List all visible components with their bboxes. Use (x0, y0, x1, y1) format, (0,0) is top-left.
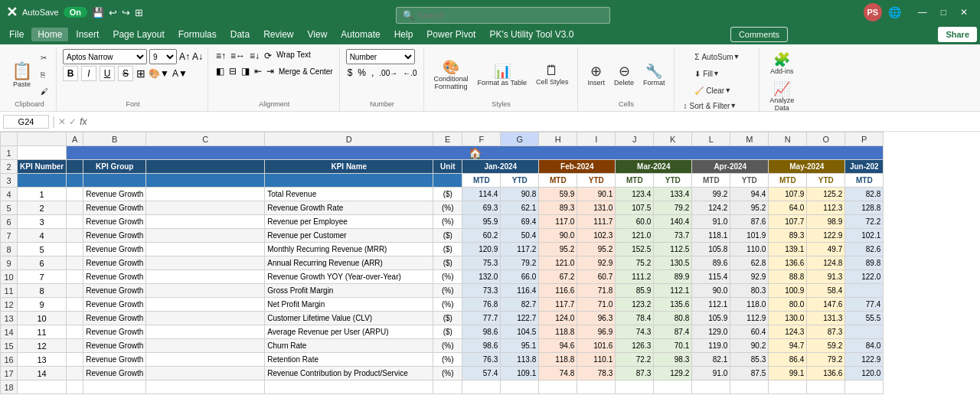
table-cell[interactable]: 122.9 (807, 229, 845, 243)
table-cell[interactable]: 101.6 (577, 339, 616, 353)
table-cell[interactable]: 92.9 (577, 256, 616, 270)
table-cell[interactable]: Average Revenue per User (ARPU) (265, 325, 433, 339)
table-cell[interactable]: 84.0 (845, 339, 884, 353)
table-cell[interactable]: 79.2 (654, 201, 692, 215)
table-cell[interactable]: 8 (18, 284, 67, 298)
table-cell[interactable]: 89.3 (769, 229, 807, 243)
row-num-17[interactable]: 17 (1, 367, 18, 381)
table-cell[interactable]: 60.0 (616, 215, 654, 229)
indent-decrease-btn[interactable]: ⇤ (253, 64, 263, 78)
table-cell[interactable] (146, 339, 265, 353)
col-header-d[interactable]: D (265, 132, 433, 146)
subh-f[interactable]: MTD (462, 174, 501, 188)
table-cell[interactable]: 117.2 (501, 243, 539, 256)
align-middle-btn[interactable]: ≡↔ (229, 49, 247, 63)
table-cell[interactable]: 74.3 (616, 325, 654, 339)
table-cell[interactable]: 60.4 (730, 325, 769, 339)
menu-file[interactable]: File (3, 28, 30, 41)
format-as-table-btn[interactable]: 📊 Format as Table (474, 52, 531, 98)
empty-cell[interactable] (539, 381, 577, 394)
subh-n[interactable]: MTD (769, 174, 807, 188)
table-cell[interactable]: 123.2 (616, 298, 654, 312)
cell-lm2[interactable]: Apr-2024 (692, 160, 769, 174)
table-cell[interactable]: 82.1 (692, 353, 730, 367)
cell-ref-input[interactable] (3, 115, 49, 129)
table-cell[interactable]: 112.9 (730, 312, 769, 325)
table-cell[interactable]: 117.0 (539, 215, 577, 229)
table-cell[interactable]: 107.7 (769, 215, 807, 229)
table-cell[interactable]: 6 (18, 256, 67, 270)
table-cell[interactable]: 66.0 (501, 270, 539, 284)
cell-b2[interactable]: KPI Group (83, 160, 146, 174)
table-cell[interactable]: 94.6 (539, 339, 577, 353)
table-cell[interactable]: 100.9 (769, 284, 807, 298)
table-cell[interactable]: 62.1 (501, 201, 539, 215)
table-cell[interactable]: 120.0 (845, 367, 884, 381)
table-cell[interactable] (67, 312, 83, 325)
table-cell[interactable]: 3 (18, 215, 67, 229)
table-cell[interactable]: Revenue Growth (83, 298, 146, 312)
table-cell[interactable]: 5 (18, 243, 67, 256)
format-painter-btn[interactable]: 🖌 (38, 84, 51, 100)
table-cell[interactable]: 136.6 (807, 367, 845, 381)
subh-g[interactable]: YTD (501, 174, 539, 188)
table-cell[interactable]: 92.9 (730, 270, 769, 284)
globe-icon[interactable]: 🌐 (888, 6, 901, 18)
table-cell[interactable]: 99.1 (769, 367, 807, 381)
row-num-4[interactable]: 4 (1, 188, 18, 201)
table-cell[interactable]: 90.0 (692, 284, 730, 298)
table-cell[interactable]: 14 (18, 367, 67, 381)
maximize-btn[interactable]: □ (935, 4, 952, 21)
table-cell[interactable]: ($) (433, 256, 462, 270)
table-cell[interactable]: Revenue Growth (83, 256, 146, 270)
table-cell[interactable]: 130.5 (654, 256, 692, 270)
table-cell[interactable]: (%) (433, 353, 462, 367)
sort-filter-btn[interactable]: ↕ Sort & Filter ▼ (681, 98, 755, 112)
table-cell[interactable]: 12 (18, 339, 67, 353)
subh-c[interactable] (146, 174, 265, 188)
close-btn[interactable]: ✕ (954, 4, 974, 21)
table-cell[interactable]: 110.0 (730, 243, 769, 256)
table-cell[interactable]: 122.7 (501, 312, 539, 325)
empty-cell[interactable] (577, 381, 616, 394)
table-cell[interactable]: Revenue Growth (83, 284, 146, 298)
table-cell[interactable]: Churn Rate (265, 339, 433, 353)
table-cell[interactable]: 120.9 (462, 243, 501, 256)
table-cell[interactable]: 80.3 (730, 284, 769, 298)
decrease-decimal-btn[interactable]: ←.0 (401, 67, 418, 79)
table-cell[interactable]: (%) (433, 270, 462, 284)
table-cell[interactable]: (%) (433, 215, 462, 229)
empty-cell[interactable] (807, 381, 845, 394)
table-cell[interactable]: 87.6 (730, 215, 769, 229)
table-cell[interactable]: 13 (18, 353, 67, 367)
table-cell[interactable]: 58.4 (807, 284, 845, 298)
subh-a[interactable] (67, 174, 83, 188)
table-cell[interactable]: 69.3 (462, 201, 501, 215)
table-cell[interactable]: 105.8 (692, 243, 730, 256)
table-cell[interactable]: 60.2 (462, 229, 501, 243)
table-cell[interactable]: 132.0 (462, 270, 501, 284)
align-center-btn[interactable]: ⊟ (227, 64, 238, 78)
empty-cell[interactable] (462, 381, 501, 394)
table-cell[interactable]: 49.7 (807, 243, 845, 256)
table-cell[interactable]: 121.0 (539, 256, 577, 270)
table-cell[interactable]: 82.7 (501, 298, 539, 312)
table-cell[interactable]: 77.7 (462, 312, 501, 325)
table-cell[interactable]: 86.4 (769, 353, 807, 367)
col-header-m[interactable]: M (730, 132, 769, 146)
table-cell[interactable]: 135.6 (654, 298, 692, 312)
align-left-btn[interactable]: ◧ (214, 64, 226, 78)
subh-b[interactable] (83, 174, 146, 188)
table-cell[interactable]: (%) (433, 367, 462, 381)
empty-cell[interactable] (692, 381, 730, 394)
underline-btn[interactable]: U (100, 66, 115, 81)
percent-btn[interactable]: % (356, 66, 368, 80)
table-cell[interactable]: Revenue Growth (83, 325, 146, 339)
table-cell[interactable]: Customer Lifetime Value (CLV) (265, 312, 433, 325)
table-cell[interactable]: 89.3 (539, 201, 577, 215)
table-cell[interactable]: 57.4 (462, 367, 501, 381)
table-cell[interactable]: 124.3 (769, 325, 807, 339)
table-cell[interactable] (146, 243, 265, 256)
table-cell[interactable]: 71.0 (577, 298, 616, 312)
table-cell[interactable]: 72.2 (845, 215, 884, 229)
